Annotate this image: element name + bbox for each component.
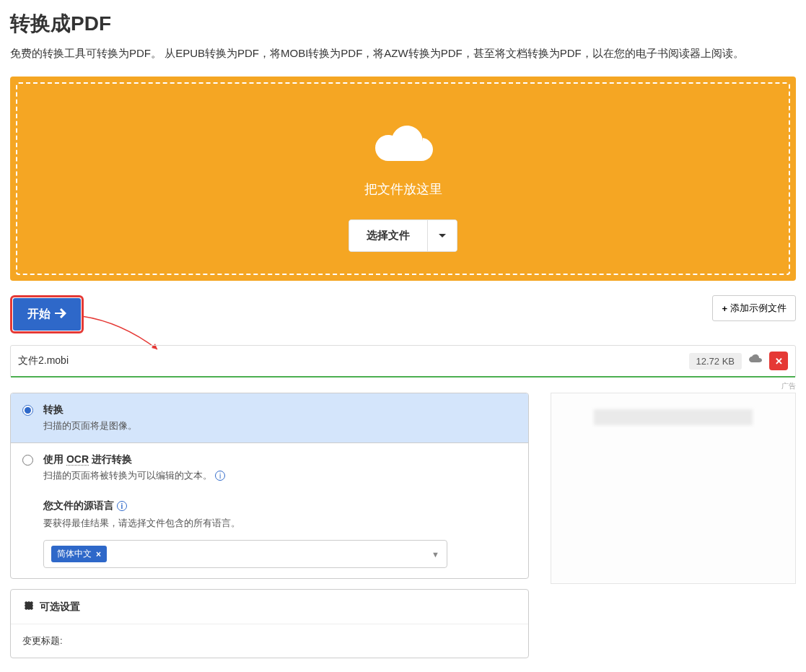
gear-icon — [22, 600, 34, 614]
option-convert-radio[interactable] — [22, 405, 33, 416]
file-size: 12.72 KB — [689, 353, 743, 370]
page-description: 免费的转换工具可转换为PDF。 从EPUB转换为PDF，将MOBI转换为PDF，… — [10, 45, 796, 62]
option-convert-title: 转换 — [43, 403, 517, 416]
ocr-source-lang-desc: 要获得最佳结果，请选择文件包含的所有语言。 — [43, 517, 517, 530]
dropzone[interactable]: 把文件放这里 选择文件 — [16, 82, 790, 275]
file-remove-button[interactable]: ✕ — [769, 352, 788, 370]
optional-settings-header[interactable]: 可选设置 — [11, 590, 528, 624]
ocr-source-lang-label: 您文件的源语言 i — [43, 499, 517, 512]
option-convert-desc: 扫描的页面将是图像。 — [43, 419, 517, 432]
ad-placeholder — [594, 409, 753, 425]
select-file-dropdown[interactable] — [427, 220, 457, 251]
page-title: 转换成PDF — [10, 10, 796, 38]
language-chip-label: 简体中文 — [57, 548, 92, 560]
option-ocr-title: 使用 OCR 进行转换 — [43, 453, 517, 466]
option-convert[interactable]: 转换 扫描的页面将是图像。 — [11, 393, 528, 443]
optional-settings-title: 可选设置 — [40, 601, 80, 614]
language-select[interactable]: 简体中文 × ▼ — [43, 540, 447, 568]
ad-container — [551, 393, 796, 584]
change-title-label: 变更标题: — [22, 634, 517, 647]
optional-settings-panel: 可选设置 变更标题: — [10, 589, 529, 658]
dropzone-text: 把文件放这里 — [32, 180, 774, 198]
ad-label: 广告 — [10, 381, 796, 391]
close-icon: ✕ — [775, 356, 783, 367]
start-button[interactable]: 开始 — [13, 298, 81, 331]
select-file-group: 选择文件 — [349, 219, 457, 252]
file-row: 文件2.mobi 12.72 KB ✕ — [10, 345, 796, 377]
option-ocr[interactable]: 使用 OCR 进行转换 扫描的页面将被转换为可以编辑的文本。 i 您文件的源语言… — [11, 443, 528, 578]
add-example-button[interactable]: + 添加示例文件 — [712, 295, 796, 321]
language-chip-remove[interactable]: × — [96, 549, 101, 559]
cloud-done-icon — [749, 354, 762, 367]
add-example-label: 添加示例文件 — [730, 302, 787, 315]
plus-icon: + — [722, 303, 727, 314]
option-ocr-desc: 扫描的页面将被转换为可以编辑的文本。 i — [43, 469, 517, 482]
arrow-right-icon — [55, 308, 66, 321]
option-ocr-radio[interactable] — [22, 455, 33, 466]
info-icon[interactable]: i — [215, 471, 225, 481]
start-button-label: 开始 — [27, 307, 51, 322]
chevron-down-icon — [438, 233, 447, 239]
language-chip: 简体中文 × — [51, 546, 107, 562]
dropzone-container: 把文件放这里 选择文件 — [10, 77, 796, 281]
caret-down-icon: ▼ — [432, 550, 439, 559]
file-name: 文件2.mobi — [18, 354, 682, 367]
select-file-button[interactable]: 选择文件 — [349, 220, 427, 251]
info-icon[interactable]: i — [117, 501, 127, 511]
conversion-options: 转换 扫描的页面将是图像。 使用 OCR 进行转换 扫描的页面将被转换为可以编辑… — [10, 393, 529, 579]
start-button-highlight: 开始 — [10, 295, 84, 333]
cloud-upload-icon — [371, 120, 436, 173]
